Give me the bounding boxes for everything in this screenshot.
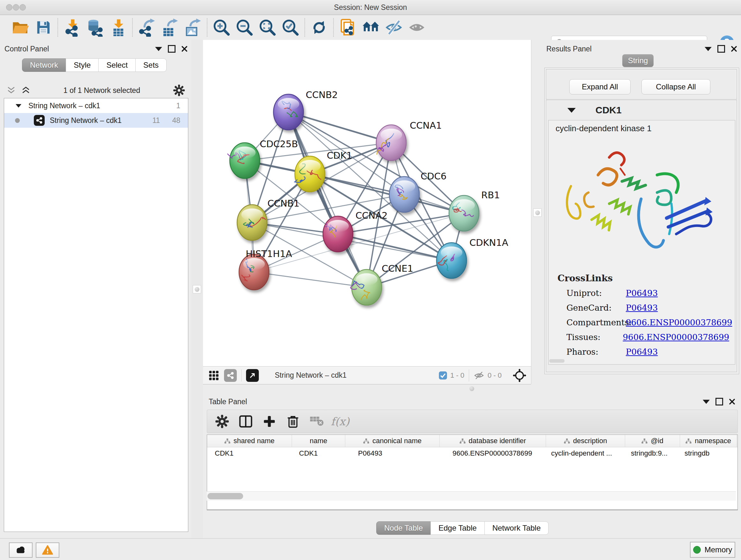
table-cell[interactable]: CDK1 [292, 447, 345, 459]
tab-select[interactable]: Select [98, 58, 136, 72]
hidden-eye-slash-icon[interactable] [474, 371, 484, 380]
cloud-status-button[interactable] [9, 543, 32, 558]
table-cell[interactable]: stringdb [680, 447, 737, 459]
apply-layout-button[interactable] [308, 17, 331, 38]
column-header-namespace[interactable]: namespace [680, 435, 737, 447]
grid-view-icon[interactable] [208, 370, 219, 381]
network-node-CCNA1[interactable] [376, 125, 406, 161]
string-network-graph[interactable]: CCNB2CCNA1CDC25BCDK1CDC6RB1CCNB1CCNA2CDK… [203, 40, 531, 366]
import-network-database-button[interactable] [84, 17, 107, 38]
table-cell[interactable]: P06493 [345, 447, 440, 459]
column-header-canonical-name[interactable]: canonical name [345, 435, 440, 447]
export-image-button[interactable] [181, 17, 204, 38]
tab-node-table[interactable]: Node Table [376, 521, 431, 535]
results-hscroll-thumb[interactable] [549, 359, 564, 363]
tab-string[interactable]: String [622, 54, 654, 67]
create-column-button[interactable] [258, 412, 281, 431]
panel-collapse-icon[interactable] [704, 47, 712, 51]
column-header-shared-name[interactable]: shared name [207, 435, 292, 447]
panel-close-icon[interactable] [729, 398, 735, 405]
right-splitter-handle[interactable] [533, 208, 542, 217]
zoom-in-button[interactable] [210, 17, 233, 38]
network-canvas[interactable]: CCNB2CCNA1CDC25BCDK1CDC6RB1CCNB1CCNA2CDK… [203, 40, 531, 366]
network-edge[interactable] [254, 272, 367, 287]
export-table-button[interactable] [158, 17, 181, 38]
table-options-button[interactable] [210, 412, 234, 431]
left-splitter[interactable] [192, 40, 203, 538]
crosslink-pharos-link[interactable]: P06493 [626, 347, 658, 357]
string-import-button[interactable] [336, 17, 359, 38]
crosslink-tissues-link[interactable]: 9606.ENSP00000378699 [623, 332, 729, 342]
tab-sets[interactable]: Sets [135, 58, 166, 72]
panel-collapse-icon[interactable] [703, 400, 710, 404]
network-node-CDKN1A[interactable] [436, 243, 467, 278]
tree-expand-icon[interactable] [16, 104, 21, 108]
panel-close-icon[interactable] [181, 46, 188, 52]
string-home-button[interactable] [359, 17, 382, 38]
birdseye-view-button[interactable] [246, 369, 259, 382]
save-session-button[interactable] [32, 17, 55, 38]
network-node-CCNE1[interactable] [350, 269, 382, 305]
zoom-fit-button[interactable] [256, 17, 279, 38]
export-network-button[interactable] [135, 17, 158, 38]
tab-network[interactable]: Network [22, 58, 66, 72]
table-cell[interactable]: 9606.ENSP00000378699 [440, 447, 546, 459]
tab-edge-table[interactable]: Edge Table [430, 521, 485, 535]
network-node-RB1[interactable] [449, 195, 479, 231]
collapse-all-icon[interactable] [6, 86, 16, 95]
panel-collapse-icon[interactable] [155, 47, 162, 51]
column-header-database-identifier[interactable]: database identifier [440, 435, 546, 447]
import-table-button[interactable] [107, 17, 130, 38]
crosslink-compartments-link[interactable]: 9606.ENSP00000378699 [626, 318, 732, 327]
expand-all-button[interactable]: Expand All [569, 79, 630, 95]
table-cell[interactable]: CDK1 [207, 447, 292, 459]
network-node-CCNB2[interactable] [273, 94, 304, 130]
table-cell[interactable]: stringdb:9... [625, 447, 680, 459]
panel-float-icon[interactable] [716, 398, 723, 406]
panel-float-icon[interactable] [168, 45, 176, 53]
crosslink-genecard-link[interactable]: P06493 [626, 303, 658, 313]
column-header-description[interactable]: description [546, 435, 625, 447]
hide-glass-button[interactable] [382, 17, 405, 38]
table-hscroll-thumb[interactable] [207, 493, 243, 499]
expand-all-icon[interactable] [21, 86, 30, 95]
show-columns-button[interactable] [234, 412, 258, 431]
open-session-button[interactable] [9, 17, 32, 38]
network-node-CDK1[interactable] [294, 156, 325, 192]
zoom-selected-button[interactable] [279, 17, 302, 38]
network-node-CCNA2[interactable] [323, 216, 353, 252]
panel-float-icon[interactable] [718, 45, 725, 53]
warnings-button[interactable] [36, 543, 59, 558]
network-edge[interactable] [288, 112, 391, 143]
column-header-name[interactable]: name [292, 435, 345, 447]
show-glass-button[interactable] [405, 17, 428, 38]
gene-section-collapse-icon[interactable] [567, 108, 576, 113]
fit-content-crosshair-icon[interactable] [513, 368, 527, 382]
network-collection-row[interactable]: String Network – cdk1 1 [4, 98, 188, 113]
delete-column-button[interactable] [281, 412, 305, 431]
tab-network-table[interactable]: Network Table [484, 521, 549, 535]
network-options-gear-icon[interactable] [173, 84, 185, 97]
right-splitter[interactable] [531, 40, 543, 394]
memory-button[interactable]: Memory [690, 542, 735, 558]
column-header--id[interactable]: @id [625, 435, 680, 447]
network-node-CDC25B[interactable] [227, 143, 260, 179]
string-style-button[interactable] [224, 369, 237, 382]
horizontal-splitter-handle[interactable] [468, 385, 475, 392]
panel-close-icon[interactable] [731, 46, 737, 52]
network-node-CDC6[interactable] [389, 177, 419, 212]
network-node-HIST1H1A[interactable] [239, 254, 269, 290]
table-cell[interactable]: cyclin-dependent ... [546, 447, 625, 459]
left-splitter-handle[interactable] [193, 285, 201, 294]
selected-checkbox-icon[interactable] [439, 371, 447, 380]
network-edge[interactable] [338, 234, 452, 260]
zoom-out-button[interactable] [233, 17, 256, 38]
crosslink-uniprot-link[interactable]: P06493 [626, 288, 658, 298]
tab-style[interactable]: Style [66, 58, 98, 72]
network-node-CCNB1[interactable] [237, 205, 267, 240]
collapse-all-button[interactable]: Collapse All [642, 79, 711, 95]
network-row[interactable]: String Network – cdk1 11 48 [4, 113, 188, 128]
table-hscrollbar[interactable] [207, 491, 736, 501]
table-row[interactable]: CDK1CDK1P064939606.ENSP00000378699cyclin… [207, 447, 738, 459]
import-network-file-button[interactable] [61, 17, 84, 38]
